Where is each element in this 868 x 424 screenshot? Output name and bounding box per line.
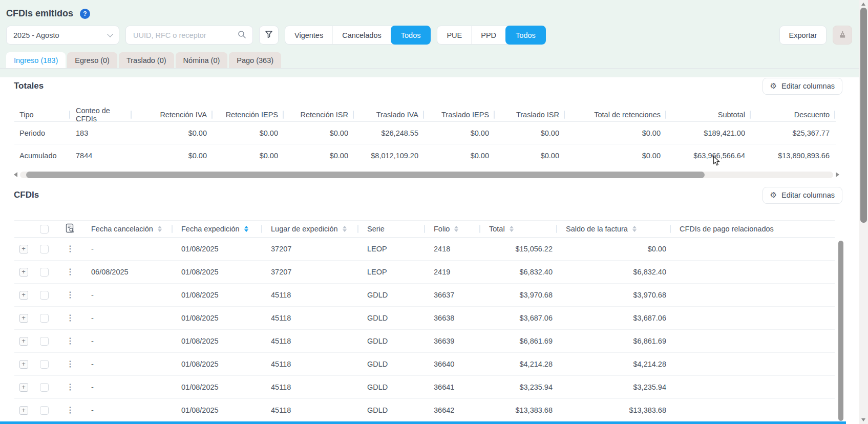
sort-icon[interactable]	[632, 226, 637, 232]
cell-total: $3,235.94	[483, 383, 560, 391]
column-header-lugar-expedicion[interactable]: Lugar de expedición	[265, 221, 361, 237]
cell-conteo: 183	[71, 129, 132, 137]
cell-folio: 36640	[428, 360, 483, 368]
row-menu-icon[interactable]: ⋮	[66, 245, 74, 253]
expand-row-button[interactable]: +	[19, 383, 28, 392]
row-checkbox[interactable]	[40, 337, 49, 346]
tab-pago[interactable]: Pago (363)	[229, 52, 281, 68]
payment-ppd-button[interactable]: PPD	[471, 26, 505, 44]
horizontal-scroll-track[interactable]	[20, 172, 833, 178]
column-header-cfdis-pago: CFDIs de pago relacionados	[673, 221, 835, 237]
row-menu-icon[interactable]: ⋮	[66, 268, 74, 276]
status-vigentes-button[interactable]: Vigentes	[285, 26, 332, 44]
row-checkbox[interactable]	[40, 406, 49, 415]
column-header-fecha-cancelacion[interactable]: Fecha cancelación	[85, 221, 175, 237]
cell-folio: 2419	[428, 268, 483, 276]
column-header-conteo: Conteo de CFDIs	[71, 108, 132, 121]
row-menu-icon[interactable]: ⋮	[66, 337, 74, 345]
row-checkbox[interactable]	[40, 245, 49, 253]
sort-icon[interactable]	[510, 226, 514, 232]
file-search-icon[interactable]	[66, 223, 75, 235]
tab-traslado[interactable]: Traslado (0)	[119, 52, 174, 68]
sort-icon[interactable]	[343, 226, 347, 232]
status-todos-button[interactable]: Todos	[391, 26, 431, 45]
tab-nomina[interactable]: Nómina (0)	[176, 52, 228, 68]
gear-icon: ⚙	[770, 81, 777, 91]
column-header-fecha-expedicion[interactable]: Fecha expedición	[175, 221, 265, 237]
row-checkbox[interactable]	[40, 383, 49, 392]
sort-icon[interactable]	[454, 226, 458, 232]
row-menu-icon[interactable]: ⋮	[66, 291, 74, 299]
expand-row-button[interactable]: +	[19, 406, 28, 415]
cfdis-table-scrollbar-thumb[interactable]	[838, 241, 843, 421]
cell-total: $4,214.28	[483, 360, 560, 368]
expand-row-button[interactable]: +	[19, 360, 28, 369]
status-cancelados-button[interactable]: Cancelados	[332, 26, 391, 44]
cell-saldo-factura: $13,383.68	[560, 406, 673, 414]
export-button[interactable]: Exportar	[779, 26, 827, 45]
cell-lugar-expedicion: 37207	[265, 245, 361, 253]
search-input[interactable]	[132, 31, 234, 40]
column-header-total-retenciones: Total de retenciones	[565, 108, 667, 121]
expand-row-button[interactable]: +	[19, 337, 28, 346]
column-header-serie[interactable]: Serie	[361, 221, 428, 237]
row-menu-icon[interactable]: ⋮	[66, 360, 74, 368]
cfdis-edit-columns-button[interactable]: ⚙ Editar columnas	[763, 187, 842, 204]
row-checkbox[interactable]	[40, 268, 49, 277]
vertical-scroll-thumb[interactable]	[860, 8, 867, 223]
help-icon[interactable]: ?	[80, 9, 90, 19]
cell-total: $15,056.22	[483, 245, 560, 253]
row-checkbox[interactable]	[40, 360, 49, 369]
column-label: Fecha cancelación	[91, 225, 153, 233]
expand-row-button[interactable]: +	[19, 314, 28, 323]
scroll-left-arrow[interactable]	[14, 172, 17, 177]
period-select[interactable]: 2025 - Agosto	[6, 26, 119, 45]
column-header-subtotal: Subtotal	[667, 108, 751, 121]
cell-traslado-isr: $0.00	[495, 152, 565, 160]
filter-button[interactable]	[259, 26, 279, 45]
row-menu-icon[interactable]: ⋮	[66, 406, 74, 414]
cfdis-edit-columns-label: Editar columnas	[781, 191, 835, 199]
row-menu-icon[interactable]: ⋮	[66, 314, 74, 322]
sort-icon[interactable]	[158, 226, 162, 232]
expand-row-button[interactable]: +	[19, 268, 28, 277]
column-header-folio[interactable]: Folio	[428, 221, 483, 237]
column-header-saldo-factura[interactable]: Saldo de la factura	[560, 221, 673, 237]
totales-edit-columns-button[interactable]: ⚙ Editar columnas	[763, 78, 842, 95]
cell-total: $3,687.06	[483, 314, 560, 322]
table-row: + ⋮ - 01/08/2025 45118 GDLD 36638 $3,687…	[14, 307, 835, 330]
cell-serie: GDLD	[361, 360, 428, 368]
search-icon[interactable]	[238, 30, 246, 40]
row-checkbox[interactable]	[40, 291, 49, 300]
tab-ingreso[interactable]: Ingreso (183)	[6, 52, 66, 68]
page-vertical-scrollbar[interactable]	[859, 0, 868, 424]
column-label: Folio	[434, 225, 450, 233]
totales-edit-columns-label: Editar columnas	[781, 82, 835, 90]
row-checkbox[interactable]	[40, 314, 49, 323]
totales-table-body: Periodo 183 $0.00 $0.00 $0.00 $26,248.55…	[14, 121, 836, 166]
tab-content: Totales ⚙ Editar columnas Tipo Conteo de…	[0, 77, 868, 424]
sort-icon-active[interactable]	[244, 226, 248, 232]
cell-saldo-factura: $3,235.94	[560, 383, 673, 391]
expand-row-button[interactable]: +	[19, 245, 28, 253]
column-label: Serie	[367, 225, 385, 233]
cell-tipo: Acumulado	[14, 152, 71, 160]
tab-egreso[interactable]: Egreso (0)	[67, 52, 117, 68]
payment-todos-button[interactable]: Todos	[505, 26, 546, 45]
scroll-down-arrow[interactable]	[861, 418, 865, 421]
cell-saldo-factura: $3,687.06	[560, 314, 673, 322]
column-header-total[interactable]: Total	[483, 221, 560, 237]
horizontal-scroll-thumb[interactable]	[26, 172, 705, 178]
payment-pue-button[interactable]: PUE	[437, 26, 471, 44]
period-select-value: 2025 - Agosto	[13, 31, 59, 39]
scroll-right-arrow[interactable]	[836, 172, 839, 177]
scroll-up-arrow[interactable]	[861, 3, 865, 6]
table-row: + ⋮ - 01/08/2025 45118 GDLD 36642 $13,38…	[14, 399, 835, 422]
expand-row-button[interactable]: +	[19, 291, 28, 300]
table-row: + ⋮ - 01/08/2025 45118 GDLD 36639 $6,861…	[14, 330, 835, 353]
cell-serie: GDLD	[361, 291, 428, 299]
bottom-accent-bar	[0, 421, 846, 424]
cell-fecha-cancelacion: 06/08/2025	[85, 268, 175, 276]
row-menu-icon[interactable]: ⋮	[66, 383, 74, 391]
select-all-checkbox[interactable]	[40, 225, 49, 234]
